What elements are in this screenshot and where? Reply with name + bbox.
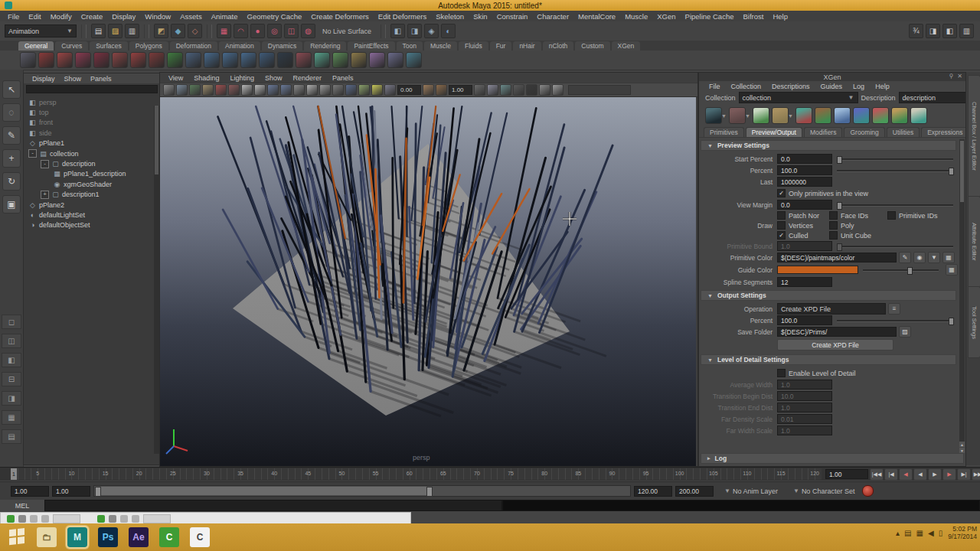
outliner-item-description[interactable]: -▢description	[24, 158, 160, 168]
setting-field[interactable]: 0.0	[777, 200, 832, 210]
viewport-menu-shading[interactable]: Shading	[188, 74, 224, 82]
paint-map-icon[interactable]: ✎	[899, 252, 911, 263]
time-slider[interactable]: 5101520253035404550556065707580859095100…	[0, 467, 980, 481]
viewport-toolbar-icon-8[interactable]	[254, 84, 266, 96]
xgen-sculpt-icon[interactable]	[910, 107, 927, 124]
expand-toggle-icon[interactable]: -	[41, 160, 49, 168]
shelf-icon-3[interactable]	[57, 52, 73, 68]
construction-history-icon[interactable]: ◈	[424, 24, 439, 38]
xgen-duplicate-description-icon[interactable]	[772, 107, 789, 124]
taskbar-camtasia-recorder[interactable]: C	[190, 527, 210, 547]
checkbox-culled[interactable]: ✓	[777, 231, 786, 240]
shelf-icon-1[interactable]	[20, 52, 36, 68]
outliner-item-pplane1-description[interactable]: ▦pPlane1_description	[24, 169, 160, 179]
outliner-scrollbar[interactable]	[154, 106, 159, 454]
snap-grid-icon[interactable]: ▦	[217, 24, 231, 38]
xgen-tab-primitives[interactable]: Primitives	[704, 127, 744, 137]
shelf-tab-custom[interactable]: Custom	[575, 41, 609, 51]
viewport-menu-show[interactable]: Show	[260, 74, 288, 82]
shelf-tab-muscle[interactable]: Muscle	[424, 41, 457, 51]
outliner-item-description1[interactable]: +▢description1	[24, 190, 160, 200]
tray-network-icon[interactable]: ▦	[916, 529, 923, 537]
viewport-toolbar-icon-11[interactable]	[293, 84, 305, 96]
chevron-down-icon[interactable]: ▼	[745, 113, 750, 119]
outliner-item-defaultobjectset[interactable]: ◑defaultObjectSet	[24, 220, 160, 230]
xgen-tab-modifiers[interactable]: Modifiers	[804, 127, 842, 137]
snap-curve-icon[interactable]: ◠	[234, 24, 248, 38]
viewport-toolbar-icon-26[interactable]	[539, 84, 550, 96]
outliner-item-collection[interactable]: -▤collection	[24, 148, 160, 158]
viewport-toolbar-icon-16[interactable]	[358, 84, 370, 96]
shelf-icon-4[interactable]	[75, 52, 91, 68]
xgen-guide-tool-icon[interactable]	[795, 107, 812, 124]
menu-item-mentalcore[interactable]: MentalCore	[573, 12, 620, 21]
viewport-menu-view[interactable]: View	[163, 74, 188, 82]
setting-wide-field[interactable]: $(DESC)/paintmaps/color	[777, 253, 897, 262]
step-fwd-key-button[interactable]: ▶	[942, 468, 956, 481]
anim-layer-dropdown[interactable]: ▼ No Anim Layer	[717, 487, 782, 495]
setting-field[interactable]: 12	[777, 277, 832, 287]
layout-persp-outliner[interactable]: ◨	[2, 391, 21, 406]
setting-slider[interactable]	[837, 166, 953, 174]
viewport-toolbar-icon-13[interactable]	[319, 84, 331, 96]
shelf-tab-animation[interactable]: Animation	[219, 41, 260, 51]
xgen-hair-preset-icon[interactable]	[834, 107, 851, 124]
expand-toggle-icon[interactable]: +	[41, 191, 49, 199]
menu-item-animate[interactable]: Animate	[207, 12, 243, 21]
toggle-channel-box-icon[interactable]: ▥	[959, 24, 974, 38]
command-input[interactable]	[44, 500, 502, 511]
xgen-clump-icon[interactable]	[872, 107, 889, 124]
viewport-toolbar-icon-20[interactable]	[436, 84, 447, 96]
outliner-item-xgmgeoshader[interactable]: ◉xgmGeoShader	[24, 179, 160, 189]
shelf-tab-fur[interactable]: Fur	[490, 41, 512, 51]
menu-item-xgen[interactable]: XGen	[652, 12, 680, 21]
outliner-menu-panels[interactable]: Panels	[87, 75, 116, 83]
shelf-icon-12[interactable]	[222, 52, 238, 68]
setting-field[interactable]: 1000000	[777, 177, 832, 187]
checkbox-only-primitives-in-the-view[interactable]: ✓	[777, 189, 786, 197]
tray-volume-icon[interactable]: ◀	[928, 529, 934, 537]
shelf-icon-11[interactable]	[204, 52, 220, 68]
step-back-key-button[interactable]: ◀	[899, 468, 913, 481]
shelf-tab-toon[interactable]: Toon	[397, 41, 423, 51]
xgen-grass-preset-icon[interactable]	[815, 107, 831, 124]
animation-start-field[interactable]: 1.00	[11, 486, 49, 497]
xgen-tab-preview-output[interactable]: Preview/Output	[746, 127, 802, 137]
shelf-icon-7[interactable]	[130, 52, 146, 68]
outliner-search-input[interactable]	[26, 85, 158, 93]
outliner-item-defaultlightset[interactable]: ◐defaultLightSet	[24, 210, 160, 220]
move-tool[interactable]: +	[2, 149, 21, 168]
shelf-tab-xgen[interactable]: XGen	[612, 41, 641, 51]
xgen-tab-utilities[interactable]: Utilities	[887, 127, 920, 137]
viewport-toolbar-icon-21[interactable]	[474, 84, 485, 96]
checkbox-vertices[interactable]	[777, 221, 786, 230]
viewport-toolbar-icon-14[interactable]	[332, 84, 344, 96]
lod-settings-section-header[interactable]: ▼Level of Detail Settings	[701, 354, 956, 365]
shelf-tab-surfaces[interactable]: Surfaces	[90, 41, 128, 51]
sidebar-tab-tool-settings[interactable]: Tool Settings	[968, 286, 980, 358]
slider-handle[interactable]	[949, 318, 954, 325]
slider-handle[interactable]	[907, 267, 913, 275]
outliner-item-top[interactable]: ◧top	[24, 107, 160, 117]
menu-item-character[interactable]: Character	[532, 12, 573, 21]
scroll-up-icon[interactable]: ▲	[959, 442, 965, 447]
menu-item-create-deformers[interactable]: Create Deformers	[306, 12, 374, 21]
shelf-tab-nhair[interactable]: nHair	[513, 41, 541, 51]
snap-center-icon[interactable]: ◎	[267, 24, 282, 38]
menu-item-assets[interactable]: Assets	[175, 12, 207, 21]
shelf-tab-fluids[interactable]: Fluids	[459, 41, 488, 51]
play-backwards-button[interactable]: ◀	[913, 468, 927, 481]
log-section-header[interactable]: ▸ Log	[701, 453, 964, 464]
viewport-toolbar-icon-2[interactable]	[176, 84, 188, 96]
menu-item-window[interactable]: Window	[140, 12, 175, 21]
range-slider-track[interactable]	[93, 485, 631, 497]
slider-handle[interactable]	[837, 202, 842, 210]
taskbar-photoshop[interactable]: Ps	[98, 527, 118, 547]
show-manipulators-icon[interactable]: ¾	[909, 24, 923, 38]
rotate-tool[interactable]: ↻	[2, 172, 21, 191]
layout-four-pane[interactable]: ◫	[2, 334, 21, 348]
setting-field[interactable]: 0.0	[777, 154, 832, 164]
layout-two-stacked[interactable]: ⊟	[2, 372, 21, 386]
shelf-icon-10[interactable]	[185, 52, 201, 68]
select-hierarchy-icon[interactable]: ◩	[154, 24, 168, 38]
